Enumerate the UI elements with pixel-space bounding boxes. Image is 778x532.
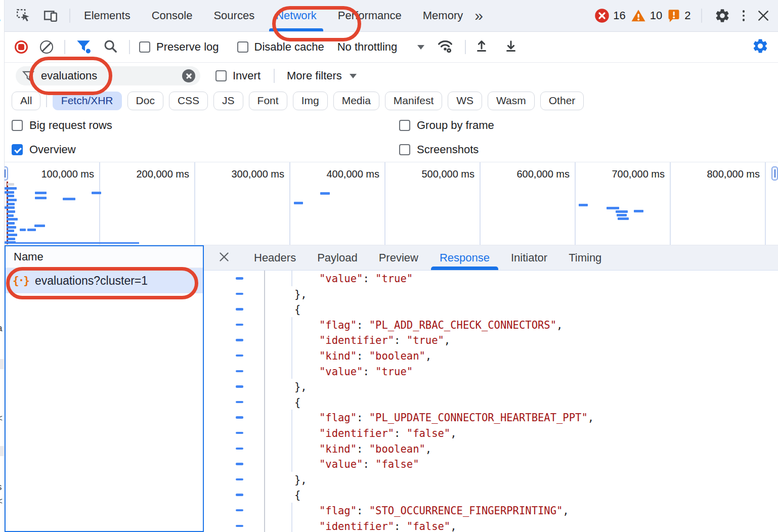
record-icon[interactable] [15,40,28,54]
import-har-icon[interactable] [474,38,489,56]
inspect-icon[interactable] [16,8,31,23]
timeline-tick-label: 400,000 ms [304,168,379,180]
timeline-request-bar [7,222,15,225]
throttling-value: No throttling [337,40,398,54]
group-by-frame-toggle[interactable]: Group by frame [399,119,494,132]
tab-performance[interactable]: Performance [327,0,412,31]
timeline-request-bar [7,203,15,205]
code-text: "flag": "STO_OCCURRENCE_FINGERPRINTING", [319,504,569,518]
tab-network[interactable]: Network [265,0,327,31]
timeline-request-bar [63,198,75,200]
gutter-marker-dash [236,324,243,326]
big-request-rows-toggle[interactable]: Big request rows [12,119,112,132]
more-options-icon[interactable] [743,10,745,21]
timeline-tick-label: 200,000 ms [113,168,189,180]
timeline-request-bar [7,183,14,186]
clear-filter-icon[interactable] [182,69,195,82]
chip-doc[interactable]: Doc [127,92,163,110]
screenshots-toggle[interactable]: Screenshots [399,143,479,156]
code-text: { [294,488,300,502]
code-text: "flag": "PL_UPDATE_CONNECTOR_HEARTBEAT_P… [319,411,594,425]
code-line: "flag": "PL_UPDATE_CONNECTOR_HEARTBEAT_P… [204,410,778,425]
timeline-request-bar [5,187,17,190]
chip-other[interactable]: Other [540,92,584,110]
warning-count-badge[interactable]: 10 [630,8,662,23]
network-settings-gear-icon[interactable] [752,37,769,57]
disable-cache-label: Disable cache [254,40,324,54]
warning-icon [630,8,646,23]
chip-js[interactable]: JS [213,92,243,110]
response-source-viewer[interactable]: "value": "true"},{"flag": "PL_ADD_RBAC_C… [204,271,778,532]
device-toolbar-icon[interactable] [43,8,59,23]
invert-filter-toggle[interactable]: Invert [215,69,261,82]
gutter-marker-dash [236,525,243,527]
export-har-icon[interactable] [503,38,518,56]
chip-manifest[interactable]: Manifest [385,92,442,110]
chip-wasm[interactable]: Wasm [488,92,535,110]
name-column-header[interactable]: Name [6,246,203,268]
tab-memory[interactable]: Memory [412,0,473,31]
search-icon[interactable] [103,38,118,56]
close-details-icon[interactable] [218,251,230,265]
timeline-request-bar [7,238,15,240]
detail-tab-timing[interactable]: Timing [558,245,612,270]
more-tabs-chevron[interactable]: » [474,8,483,23]
filter-input[interactable]: evaluations [16,66,200,85]
clear-icon[interactable] [40,40,53,54]
warning-count: 10 [650,9,662,22]
request-row[interactable]: {·} evaluations?cluster=1 [6,268,203,293]
preserve-log-toggle[interactable]: Preserve log [139,40,219,54]
timeline-request-bar [7,230,14,232]
preserve-log-checkbox[interactable] [139,41,150,53]
more-filters-button[interactable]: More filters [287,69,357,82]
big-request-rows-checkbox[interactable] [12,120,23,131]
json-resource-icon: {·} [13,275,29,287]
filter-funnel-icon[interactable] [75,38,92,56]
invert-checkbox[interactable] [215,70,227,81]
throttling-select[interactable]: No throttling [337,40,425,54]
page-text-fragment: a [0,323,3,334]
network-conditions-icon[interactable] [437,38,454,56]
chip-fetch-xhr[interactable]: Fetch/XHR [53,92,122,110]
indent-guide [291,410,292,425]
overview-toggle[interactable]: Overview [12,143,76,156]
indent-guide [291,425,292,441]
timeline-request-bar [579,204,588,206]
timeline-range-handle[interactable] [771,166,778,181]
timeline-range-handle[interactable] [5,166,8,181]
chip-all[interactable]: All [12,92,40,110]
detail-tab-initiator[interactable]: Initiator [500,245,558,270]
timeline-gridline [99,162,100,245]
request-details-tabbar: HeadersPayloadPreviewResponseInitiatorTi… [204,245,778,271]
tab-console[interactable]: Console [141,0,203,31]
network-overview-timeline[interactable]: 100,000 ms200,000 ms300,000 ms400,000 ms… [5,162,778,245]
panel-tabs: ElementsConsoleSourcesNetworkPerformance… [73,0,473,31]
detail-tab-headers[interactable]: Headers [243,245,307,270]
detail-tab-preview[interactable]: Preview [368,245,429,270]
disable-cache-toggle[interactable]: Disable cache [237,40,324,54]
tab-sources[interactable]: Sources [203,0,265,31]
screenshots-checkbox[interactable] [399,144,410,155]
tab-elements[interactable]: Elements [73,0,141,31]
timeline-gridline [765,162,766,245]
close-icon[interactable] [757,9,770,22]
issues-count-badge[interactable]: 2 [667,9,690,23]
chip-media[interactable]: Media [333,92,379,110]
toolbar-divider [129,40,130,54]
chip-ws[interactable]: WS [448,92,482,110]
chip-css[interactable]: CSS [169,92,208,110]
chip-img[interactable]: Img [293,92,328,110]
overview-checkbox[interactable] [12,144,23,155]
code-text: }, [294,287,307,301]
timeline-request-bar [618,217,629,220]
chip-font[interactable]: Font [249,92,287,110]
settings-gear-icon[interactable] [714,8,730,24]
detail-tab-payload[interactable]: Payload [307,245,368,270]
detail-tab-response[interactable]: Response [429,245,500,270]
chevron-down-icon [417,45,424,50]
group-by-frame-label: Group by frame [417,119,494,132]
page-text-fragment: < [0,413,3,424]
error-count-badge[interactable]: 16 [594,8,625,23]
disable-cache-checkbox[interactable] [237,41,248,53]
group-by-frame-checkbox[interactable] [399,120,410,131]
